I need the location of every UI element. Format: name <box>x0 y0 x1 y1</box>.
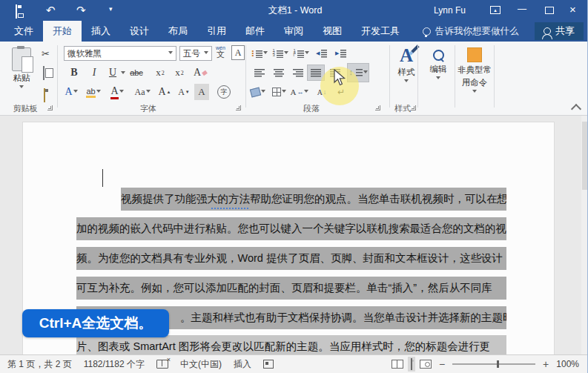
macro-record-icon[interactable] <box>263 360 274 369</box>
multilevel-dropdown-icon[interactable] <box>305 51 309 56</box>
zoom-in-button[interactable]: + <box>543 358 549 370</box>
selected-text-line[interactable]: 可互为补充。例如，您可以添加匹配的封面、页眉和提要栏。单击“插入”，然后从不同库 <box>76 277 506 300</box>
zoom-slider[interactable] <box>452 363 535 365</box>
align-right-button[interactable] <box>289 65 307 81</box>
numbering-dropdown-icon[interactable] <box>284 51 288 56</box>
phonetic-guide-button[interactable]: wén 文 <box>216 45 225 59</box>
share-button[interactable]: 共享 <box>535 22 584 40</box>
text-effects-button[interactable]: A <box>62 84 80 100</box>
custom-commands-button[interactable]: 非典型常 用命令 <box>457 46 492 95</box>
highlight-dropdown-icon[interactable] <box>96 90 101 95</box>
undo-button[interactable]: ↶ <box>46 4 56 17</box>
selected-text-line[interactable]: 加的视频的嵌入代码中进行粘贴。您也可以键入一个关键字以联机搜索最适合您的文档的视 <box>76 217 506 240</box>
increase-indent-button[interactable]: ▶ <box>332 45 350 62</box>
zoom-out-button[interactable]: − <box>439 358 445 370</box>
character-border-button[interactable]: A <box>231 45 245 60</box>
underline-dropdown-icon[interactable] <box>121 71 125 76</box>
change-case-button[interactable]: Aa <box>133 84 151 100</box>
account-name[interactable]: Lynn Fu <box>434 5 466 16</box>
scrollbar-thumb[interactable] <box>582 122 587 190</box>
copy-button[interactable] <box>43 66 44 80</box>
clipboard-dialog-launcher[interactable] <box>47 105 53 110</box>
bold-button[interactable]: B <box>65 65 83 81</box>
align-left-button[interactable] <box>251 65 268 81</box>
document-area[interactable]: 视频提供了功能强大的方法帮助您证明您的观点。当您单击联机视频时，可以在想要添 加… <box>0 116 588 354</box>
tab-layout[interactable]: 布局 <box>159 21 197 42</box>
borders-button[interactable] <box>270 84 288 100</box>
styles-dropdown-icon[interactable] <box>404 79 409 85</box>
tab-mailings[interactable]: 邮件 <box>236 21 274 42</box>
language-indicator[interactable]: 中文(中国) <box>180 358 222 371</box>
insert-mode-indicator[interactable]: 插入 <box>234 358 251 371</box>
web-layout-button[interactable] <box>420 360 432 369</box>
selected-text-line[interactable]: 频。为使您的文档具有专业外观，Word 提供了页眉、页脚、封面和文本框设计，这些… <box>76 247 506 270</box>
font-dialog-launcher[interactable] <box>236 105 241 110</box>
font-size-dropdown-icon[interactable] <box>204 51 208 56</box>
proofing-errors-icon[interactable] <box>156 360 168 369</box>
custom-commands-dropdown-icon[interactable] <box>472 90 477 95</box>
subscript-button[interactable]: x2 <box>151 65 169 81</box>
editing-button[interactable]: 编辑 <box>424 46 452 82</box>
ribbon-display-options-button[interactable]: ▴ <box>490 6 501 14</box>
change-case-dropdown-icon[interactable] <box>146 90 151 95</box>
underline-button[interactable]: U <box>104 65 122 81</box>
paragraph-dialog-launcher[interactable] <box>375 105 380 110</box>
font-name-dropdown-icon[interactable] <box>168 51 173 56</box>
tab-home[interactable]: 开始 <box>43 21 82 42</box>
tab-developer[interactable]: 开发工具 <box>351 21 409 42</box>
align-center-button[interactable] <box>270 65 288 81</box>
cut-button[interactable]: ✂ <box>42 48 50 59</box>
zoom-slider-thumb[interactable] <box>497 360 499 368</box>
strikethrough-button[interactable]: abc <box>128 65 145 81</box>
format-painter-button[interactable] <box>44 88 45 102</box>
bullets-dropdown-icon[interactable] <box>263 51 268 56</box>
vertical-scrollbar[interactable] <box>581 116 588 354</box>
page-indicator[interactable]: 第 1 页，共 2 页 <box>7 358 72 371</box>
selected-text-line[interactable]: 视频提供了功能强大的方法帮助您证明您的观点。当您单击联机视频时，可以在想要添 <box>121 188 506 211</box>
asian-layout-button[interactable]: A↔ <box>291 84 308 100</box>
italic-button[interactable]: I <box>85 65 103 81</box>
styles-button[interactable]: A 样式 <box>392 46 420 85</box>
print-layout-button[interactable] <box>408 357 415 372</box>
character-shading-button[interactable]: A <box>194 84 209 100</box>
shrink-font-button[interactable]: A▼ <box>175 84 193 100</box>
styles-dialog-launcher[interactable] <box>411 105 416 110</box>
tab-references[interactable]: 引用 <box>197 21 236 42</box>
font-size-combobox[interactable]: 五号 <box>179 46 212 61</box>
maximize-button[interactable] <box>545 7 554 14</box>
enclose-characters-button[interactable]: 字 <box>215 84 233 100</box>
line-spacing-dropdown-icon[interactable] <box>363 70 368 76</box>
bullets-button[interactable]: ••• <box>251 45 268 62</box>
text-effects-dropdown-icon[interactable] <box>73 90 78 95</box>
grow-font-button[interactable]: A▲ <box>156 84 174 100</box>
tab-design[interactable]: 设计 <box>120 21 159 42</box>
numbering-button[interactable]: 123 <box>271 45 289 62</box>
highlight-color-button[interactable]: ab <box>85 84 102 100</box>
collapse-ribbon-button[interactable] <box>571 104 581 114</box>
close-button[interactable]: × <box>569 3 576 16</box>
tab-insert[interactable]: 插入 <box>82 21 120 42</box>
font-name-combobox[interactable]: 微软雅黑 <box>64 46 176 61</box>
word-count[interactable]: 1182/1182 个字 <box>84 358 145 371</box>
font-color-button[interactable]: A <box>108 84 126 100</box>
font-color-dropdown-icon[interactable] <box>119 90 124 95</box>
save-icon[interactable] <box>16 5 17 19</box>
tab-view[interactable]: 视图 <box>313 21 351 42</box>
paste-button[interactable]: 粘贴 <box>6 46 37 90</box>
decrease-indent-button[interactable]: ◀ <box>313 45 331 62</box>
customize-qat-button[interactable]: ▾ <box>109 5 113 13</box>
editing-dropdown-icon[interactable] <box>436 76 440 82</box>
asian-layout-dropdown-icon[interactable] <box>304 90 308 95</box>
zoom-level[interactable]: 100% <box>556 359 579 369</box>
tab-file[interactable]: 文件 <box>4 21 43 42</box>
read-mode-button[interactable] <box>392 360 403 369</box>
borders-dropdown-icon[interactable] <box>282 90 286 95</box>
shading-button[interactable] <box>249 84 267 100</box>
redo-button[interactable]: ↷ <box>76 4 86 17</box>
shading-dropdown-icon[interactable] <box>261 90 265 95</box>
clear-formatting-button[interactable]: A <box>191 65 209 81</box>
minimize-button[interactable]: — <box>518 2 526 16</box>
superscript-button[interactable]: x2 <box>171 65 188 81</box>
paste-dropdown-icon[interactable] <box>19 85 24 90</box>
tab-review[interactable]: 审阅 <box>274 21 313 42</box>
